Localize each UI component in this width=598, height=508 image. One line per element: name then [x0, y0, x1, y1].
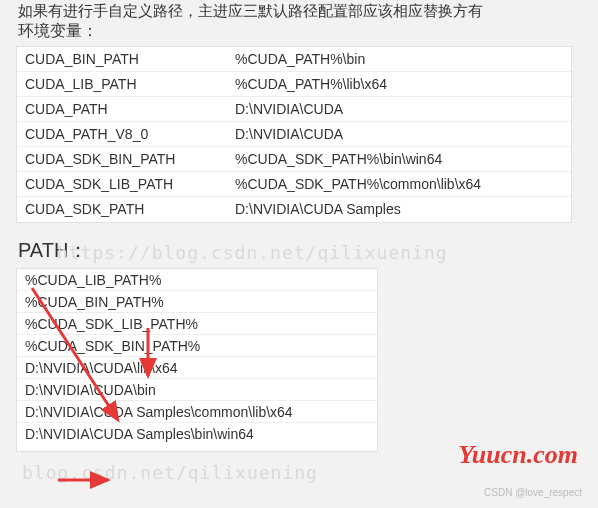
table-row: CUDA_BIN_PATH %CUDA_PATH%\bin [17, 47, 571, 72]
table-row: CUDA_SDK_LIB_PATH %CUDA_SDK_PATH%\common… [17, 172, 571, 197]
env-var-value: %CUDA_SDK_PATH%\bin\win64 [235, 147, 571, 171]
env-var-value: D:\NVIDIA\CUDA [235, 97, 571, 121]
table-row: D:\NVIDIA\CUDA\bin [17, 379, 377, 401]
env-var-name: CUDA_SDK_BIN_PATH [25, 147, 235, 171]
env-var-name: CUDA_SDK_PATH [25, 197, 235, 222]
env-var-name: CUDA_SDK_LIB_PATH [25, 172, 235, 196]
table-row: D:\NVIDIA\CUDA Samples\common\lib\x64 [17, 401, 377, 423]
env-var-value: %CUDA_SDK_PATH%\common\lib\x64 [235, 172, 571, 196]
table-row: CUDA_PATH_V8_0 D:\NVIDIA\CUDA [17, 122, 571, 147]
env-var-value: %CUDA_PATH%\bin [235, 47, 571, 71]
table-row: CUDA_SDK_BIN_PATH %CUDA_SDK_PATH%\bin\wi… [17, 147, 571, 172]
table-row: CUDA_LIB_PATH %CUDA_PATH%\lib\x64 [17, 72, 571, 97]
table-row: %CUDA_SDK_BIN_PATH% [17, 335, 377, 357]
env-var-name: CUDA_LIB_PATH [25, 72, 235, 96]
csdn-credit: CSDN @love_respect [484, 487, 582, 498]
table-row: CUDA_PATH D:\NVIDIA\CUDA [17, 97, 571, 122]
table-row: D:\NVIDIA\CUDA Samples\bin\win64 [17, 423, 377, 451]
path-entries-table: %CUDA_LIB_PATH% %CUDA_BIN_PATH% %CUDA_SD… [16, 268, 378, 452]
watermark-url-2: blog.csdn.net/qilixuening [22, 462, 318, 483]
env-var-name: CUDA_PATH_V8_0 [25, 122, 235, 146]
brand-watermark: Yuucn.com [458, 440, 578, 470]
table-row: D:\NVIDIA\CUDA\lib\x64 [17, 357, 377, 379]
env-vars-table: https://blog.csdn.net/qilixuening CUDA_B… [16, 46, 572, 223]
path-section-label: PATH： [0, 231, 598, 268]
env-var-value: D:\NVIDIA\CUDA [235, 122, 571, 146]
env-var-name: CUDA_PATH [25, 97, 235, 121]
table-row: %CUDA_LIB_PATH% [17, 269, 377, 291]
table-row: CUDA_SDK_PATH D:\NVIDIA\CUDA Samples [17, 197, 571, 222]
env-var-name: CUDA_BIN_PATH [25, 47, 235, 71]
env-var-value: D:\NVIDIA\CUDA Samples [235, 197, 571, 222]
env-section-label: 环境变量： [0, 21, 598, 46]
truncated-intro-text: 如果有进行手自定义路径，主进应三默认路径配置部应该相应替换方有 [0, 2, 598, 21]
env-var-value: %CUDA_PATH%\lib\x64 [235, 72, 571, 96]
table-row: %CUDA_BIN_PATH% [17, 291, 377, 313]
table-row: %CUDA_SDK_LIB_PATH% [17, 313, 377, 335]
